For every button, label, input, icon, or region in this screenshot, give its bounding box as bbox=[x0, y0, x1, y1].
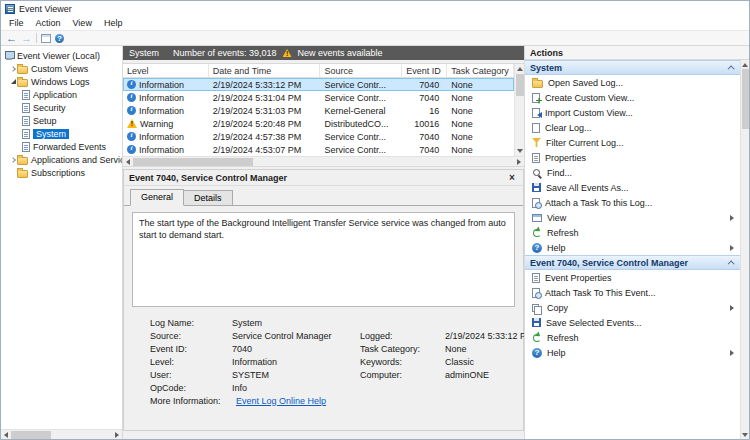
tree-item-security[interactable]: Security bbox=[1, 101, 122, 114]
event-viewer-window: Event Viewer File Action View Help ← → E… bbox=[0, 0, 750, 440]
action-refresh-event[interactable]: Refresh bbox=[525, 330, 740, 345]
event-count: Number of events: 39,018 bbox=[173, 48, 277, 58]
actions-section-event[interactable]: Event 7040, Service Control Manager bbox=[525, 255, 740, 270]
table-row[interactable]: Warning 2/19/2024 5:20:48 PM Distributed… bbox=[123, 117, 514, 130]
column-header-event-id[interactable]: Event ID bbox=[402, 64, 447, 77]
collapse-chevron-icon[interactable] bbox=[728, 260, 735, 267]
tree-item-applications-and-services[interactable]: Applications and Services Lo bbox=[1, 153, 122, 166]
action-attach-task-to-event[interactable]: Attach Task To This Event... bbox=[525, 285, 740, 300]
action-save-selected-events[interactable]: Save Selected Events... bbox=[525, 315, 740, 330]
cell-event-id: 16 bbox=[402, 106, 447, 116]
column-header-task-category[interactable]: Task Category bbox=[447, 64, 514, 77]
action-open-saved-log[interactable]: Open Saved Log... bbox=[525, 75, 740, 90]
tree-item-forwarded-events[interactable]: Forwarded Events bbox=[1, 140, 122, 153]
collapse-triangle-icon[interactable] bbox=[9, 79, 17, 84]
new-events-text[interactable]: New events available bbox=[298, 48, 383, 58]
cell-level: Information bbox=[139, 132, 184, 142]
table-row[interactable]: Information 2/19/2024 5:31:03 PM Kernel-… bbox=[123, 104, 514, 117]
action-help-event[interactable]: Help bbox=[525, 345, 740, 360]
filter-icon bbox=[532, 138, 541, 147]
console-window-icon[interactable] bbox=[41, 34, 51, 43]
table-vertical-scrollbar[interactable] bbox=[514, 64, 524, 156]
cell-datetime: 2/19/2024 5:20:48 PM bbox=[209, 119, 321, 129]
section-header-label: System bbox=[530, 63, 562, 73]
scroll-left-button[interactable] bbox=[123, 157, 133, 167]
scroll-right-button[interactable] bbox=[514, 157, 524, 167]
scroll-down-button[interactable] bbox=[741, 430, 750, 439]
forward-button[interactable]: → bbox=[21, 33, 32, 44]
tree-item-system[interactable]: System bbox=[1, 127, 122, 140]
new-events-icon bbox=[283, 49, 292, 57]
action-save-all-events-as[interactable]: Save All Events As... bbox=[525, 180, 740, 195]
action-filter-current-log[interactable]: Filter Current Log... bbox=[525, 135, 740, 150]
action-copy[interactable]: Copy bbox=[525, 300, 740, 315]
menu-action[interactable]: Action bbox=[30, 16, 67, 30]
scrollbar-thumb[interactable] bbox=[516, 74, 524, 96]
menu-view[interactable]: View bbox=[67, 16, 98, 30]
expand-chevron-icon[interactable] bbox=[9, 67, 17, 71]
action-properties[interactable]: Properties bbox=[525, 150, 740, 165]
actions-vertical-scrollbar[interactable] bbox=[740, 60, 749, 439]
tree-horizontal-scrollbar[interactable] bbox=[1, 429, 122, 439]
table-row[interactable]: Information 2/19/2024 4:57:38 PM Service… bbox=[123, 130, 514, 143]
table-row[interactable]: Information 2/19/2024 5:31:04 PM Service… bbox=[123, 91, 514, 104]
back-button[interactable]: ← bbox=[6, 33, 17, 44]
action-refresh[interactable]: Refresh bbox=[525, 225, 740, 240]
tab-general[interactable]: General bbox=[130, 189, 184, 206]
expand-chevron-icon[interactable] bbox=[9, 158, 17, 162]
cell-source: Service Contr... bbox=[320, 93, 402, 103]
close-icon[interactable] bbox=[506, 172, 518, 183]
cell-datetime: 2/19/2024 4:53:07 PM bbox=[209, 145, 321, 155]
collapse-chevron-icon[interactable] bbox=[728, 65, 735, 72]
field-label-logged: Logged: bbox=[360, 331, 445, 341]
event-log-online-help-link[interactable]: Event Log Online Help bbox=[236, 396, 326, 406]
scrollbar-thumb[interactable] bbox=[133, 158, 253, 166]
action-event-properties[interactable]: Event Properties bbox=[525, 270, 740, 285]
help-icon bbox=[532, 243, 542, 253]
tree-item-setup[interactable]: Setup bbox=[1, 114, 122, 127]
menu-help[interactable]: Help bbox=[98, 16, 129, 30]
action-clear-log[interactable]: Clear Log... bbox=[525, 120, 740, 135]
help-icon[interactable] bbox=[55, 34, 64, 43]
window-title: Event Viewer bbox=[19, 4, 72, 14]
tree-item-application[interactable]: Application bbox=[1, 88, 122, 101]
column-header-level[interactable]: Level bbox=[123, 64, 209, 77]
action-attach-task-to-log[interactable]: Attach a Task To this Log... bbox=[525, 195, 740, 210]
scrollbar-thumb[interactable] bbox=[742, 69, 749, 129]
action-create-custom-view[interactable]: Create Custom View... bbox=[525, 90, 740, 105]
action-label: Properties bbox=[545, 153, 586, 163]
table-row[interactable]: Information 2/19/2024 5:33:12 PM Service… bbox=[123, 78, 514, 91]
refresh-icon bbox=[533, 334, 541, 342]
cell-level: Information bbox=[139, 145, 184, 155]
tab-details[interactable]: Details bbox=[184, 190, 233, 206]
tree-item-subscriptions[interactable]: Subscriptions bbox=[1, 166, 122, 179]
scroll-down-button[interactable] bbox=[515, 146, 525, 156]
action-label: Find... bbox=[547, 168, 572, 178]
folder-icon bbox=[17, 79, 28, 87]
field-label-computer: Computer: bbox=[360, 370, 445, 380]
action-import-custom-view[interactable]: Import Custom View... bbox=[525, 105, 740, 120]
scroll-up-button[interactable] bbox=[741, 60, 750, 69]
column-header-date-time[interactable]: Date and Time bbox=[209, 64, 321, 77]
action-help[interactable]: Help bbox=[525, 240, 740, 255]
actions-section-system[interactable]: System bbox=[525, 60, 740, 75]
tree-item-event-viewer-local[interactable]: Event Viewer (Local) bbox=[1, 49, 122, 62]
table-horizontal-scrollbar[interactable] bbox=[123, 156, 524, 166]
action-label: Attach a Task To this Log... bbox=[545, 198, 652, 208]
action-find[interactable]: Find... bbox=[525, 165, 740, 180]
scroll-right-button[interactable] bbox=[112, 430, 122, 440]
table-row[interactable]: Information 2/19/2024 4:53:07 PM Service… bbox=[123, 143, 514, 156]
save-icon bbox=[532, 318, 541, 327]
scroll-up-button[interactable] bbox=[515, 64, 525, 74]
field-label-opcode: OpCode: bbox=[150, 383, 232, 393]
column-header-source[interactable]: Source bbox=[320, 64, 402, 77]
scrollbar-thumb[interactable] bbox=[11, 431, 51, 439]
tree-item-windows-logs[interactable]: Windows Logs bbox=[1, 75, 122, 88]
scroll-left-button[interactable] bbox=[1, 430, 11, 440]
cell-source: Service Contr... bbox=[320, 80, 402, 90]
action-label: Filter Current Log... bbox=[546, 138, 624, 148]
field-value-user: SYSTEM bbox=[232, 370, 360, 380]
action-view[interactable]: View bbox=[525, 210, 740, 225]
menu-file[interactable]: File bbox=[3, 16, 30, 30]
tree-item-custom-views[interactable]: Custom Views bbox=[1, 62, 122, 75]
